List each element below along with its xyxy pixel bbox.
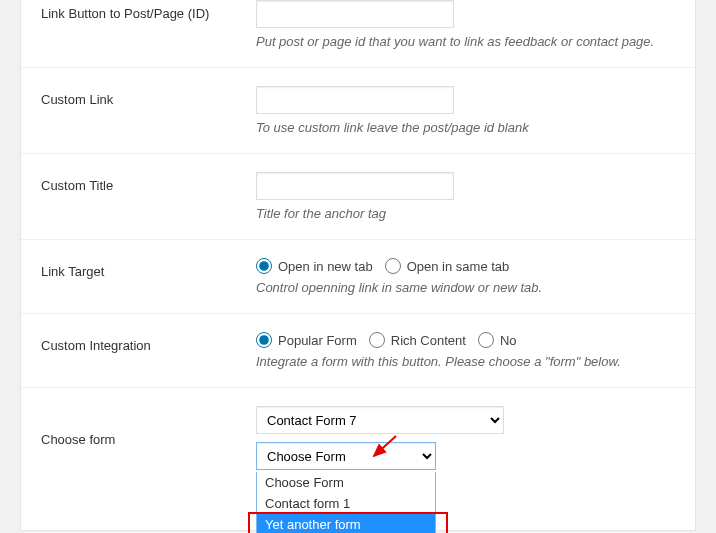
row-choose-form: Choose form Contact Form 7 Choose Form C… <box>21 388 695 530</box>
radio-label-same-tab: Open in same tab <box>407 259 510 274</box>
dropdown-item-0[interactable]: Choose Form <box>257 472 435 493</box>
radio-item-same-tab[interactable]: Open in same tab <box>385 258 510 274</box>
desc-link-target: Control openning link in same window or … <box>256 280 675 295</box>
label-custom-integration: Custom Integration <box>21 332 256 369</box>
input-link-button-id[interactable] <box>256 0 454 28</box>
settings-form-table: Link Button to Post/Page (ID) Put post o… <box>20 0 696 531</box>
desc-custom-title: Title for the anchor tag <box>256 206 675 221</box>
label-choose-form: Choose form <box>21 406 256 470</box>
radio-same-tab[interactable] <box>385 258 401 274</box>
select-choose-form[interactable]: Choose Form <box>256 442 436 470</box>
radio-item-popular-form[interactable]: Popular Form <box>256 332 357 348</box>
input-custom-link[interactable] <box>256 86 454 114</box>
dropdown-item-1[interactable]: Contact form 1 <box>257 493 435 514</box>
field-choose-form: Contact Form 7 Choose Form Choose Form C… <box>256 406 695 470</box>
radio-popular-form[interactable] <box>256 332 272 348</box>
radio-label-rich-content: Rich Content <box>391 333 466 348</box>
input-custom-title[interactable] <box>256 172 454 200</box>
row-custom-integration: Custom Integration Popular Form Rich Con… <box>21 314 695 388</box>
radio-label-new-tab: Open in new tab <box>278 259 373 274</box>
field-custom-link: To use custom link leave the post/page i… <box>256 86 695 135</box>
label-custom-title: Custom Title <box>21 172 256 221</box>
radio-rich-content[interactable] <box>369 332 385 348</box>
label-custom-link: Custom Link <box>21 86 256 135</box>
label-link-target: Link Target <box>21 258 256 295</box>
field-link-button-id: Put post or page id that you want to lin… <box>256 0 695 49</box>
desc-custom-integration: Integrate a form with this button. Pleas… <box>256 354 675 369</box>
field-custom-title: Title for the anchor tag <box>256 172 695 221</box>
radio-no[interactable] <box>478 332 494 348</box>
radio-group-link-target: Open in new tab Open in same tab <box>256 258 675 274</box>
row-link-button-id: Link Button to Post/Page (ID) Put post o… <box>21 0 695 68</box>
row-custom-link: Custom Link To use custom link leave the… <box>21 68 695 154</box>
radio-group-integration: Popular Form Rich Content No <box>256 332 675 348</box>
radio-label-no: No <box>500 333 517 348</box>
radio-new-tab[interactable] <box>256 258 272 274</box>
desc-custom-link: To use custom link leave the post/page i… <box>256 120 675 135</box>
radio-item-rich-content[interactable]: Rich Content <box>369 332 466 348</box>
radio-label-popular-form: Popular Form <box>278 333 357 348</box>
radio-item-new-tab[interactable]: Open in new tab <box>256 258 373 274</box>
row-custom-title: Custom Title Title for the anchor tag <box>21 154 695 240</box>
field-custom-integration: Popular Form Rich Content No Integrate a… <box>256 332 695 369</box>
select-form-plugin[interactable]: Contact Form 7 <box>256 406 504 434</box>
row-link-target: Link Target Open in new tab Open in same… <box>21 240 695 314</box>
desc-link-button-id: Put post or page id that you want to lin… <box>256 34 675 49</box>
dropdown-item-2[interactable]: Yet another form <box>257 514 435 533</box>
label-link-button-id: Link Button to Post/Page (ID) <box>21 0 256 49</box>
field-link-target: Open in new tab Open in same tab Control… <box>256 258 695 295</box>
dropdown-choose-form: Choose Form Contact form 1 Yet another f… <box>256 472 436 533</box>
radio-item-no[interactable]: No <box>478 332 517 348</box>
